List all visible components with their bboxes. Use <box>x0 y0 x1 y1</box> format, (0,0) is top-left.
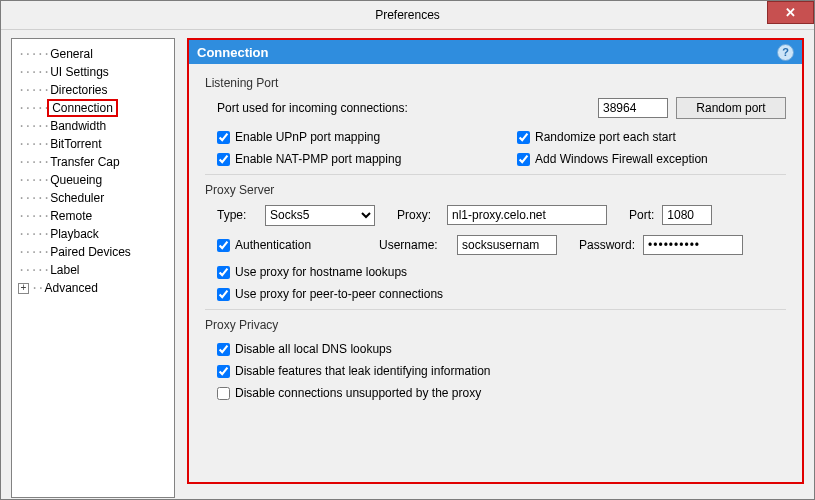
proxy-port-input[interactable] <box>662 205 712 225</box>
window-title: Preferences <box>375 8 440 22</box>
tree-item-playback[interactable]: ····· Playback <box>18 225 174 243</box>
password-input[interactable] <box>643 235 743 255</box>
expand-icon[interactable]: + <box>18 283 29 294</box>
randomize-port-checkbox[interactable]: Randomize port each start <box>517 130 676 144</box>
disable-leak-features-checkbox[interactable]: Disable features that leak identifying i… <box>217 364 490 378</box>
password-label: Password: <box>579 238 635 252</box>
tree-item-queueing[interactable]: ····· Queueing <box>18 171 174 189</box>
tree-item-advanced[interactable]: +·· Advanced <box>18 279 174 297</box>
tree-item-scheduler[interactable]: ····· Scheduler <box>18 189 174 207</box>
tree-item-general[interactable]: ····· General <box>18 45 174 63</box>
proxy-host-label: Proxy: <box>397 208 439 222</box>
panel-title: Connection <box>197 45 269 60</box>
divider <box>205 174 786 175</box>
incoming-port-label: Port used for incoming connections: <box>217 101 507 115</box>
firewall-exception-checkbox[interactable]: Add Windows Firewall exception <box>517 152 708 166</box>
disable-unsupported-connections-checkbox[interactable]: Disable connections unsupported by the p… <box>217 386 481 400</box>
close-icon: ✕ <box>785 5 796 20</box>
tree-item-connection[interactable]: ····· Connection <box>18 99 174 117</box>
tree-item-bittorrent[interactable]: ····· BitTorrent <box>18 135 174 153</box>
natpmp-checkbox[interactable]: Enable NAT-PMP port mapping <box>217 152 401 166</box>
proxy-privacy-group-label: Proxy Privacy <box>205 318 786 332</box>
authentication-checkbox[interactable]: Authentication <box>217 238 371 252</box>
titlebar: Preferences ✕ <box>1 1 814 30</box>
tree-item-remote[interactable]: ····· Remote <box>18 207 174 225</box>
settings-panel: Connection ? Listening Port Port used fo… <box>187 38 804 484</box>
proxy-p2p-checkbox[interactable]: Use proxy for peer-to-peer connections <box>217 287 443 301</box>
tree-item-label[interactable]: ····· Label <box>18 261 174 279</box>
username-label: Username: <box>379 238 449 252</box>
disable-local-dns-checkbox[interactable]: Disable all local DNS lookups <box>217 342 392 356</box>
proxy-server-group-label: Proxy Server <box>205 183 786 197</box>
divider <box>205 309 786 310</box>
tree-item-bandwidth[interactable]: ····· Bandwidth <box>18 117 174 135</box>
preferences-window: Preferences ✕ ····· General ····· UI Set… <box>0 0 815 500</box>
upnp-checkbox[interactable]: Enable UPnP port mapping <box>217 130 380 144</box>
tree-item-paired-devices[interactable]: ····· Paired Devices <box>18 243 174 261</box>
listening-port-group-label: Listening Port <box>205 76 786 90</box>
close-button[interactable]: ✕ <box>767 1 814 24</box>
tree-item-directories[interactable]: ····· Directories <box>18 81 174 99</box>
incoming-port-input[interactable] <box>598 98 668 118</box>
proxy-port-label: Port: <box>629 208 654 222</box>
username-input[interactable] <box>457 235 557 255</box>
tree-item-ui-settings[interactable]: ····· UI Settings <box>18 63 174 81</box>
category-tree: ····· General ····· UI Settings ····· Di… <box>11 38 175 498</box>
proxy-hostname-lookup-checkbox[interactable]: Use proxy for hostname lookups <box>217 265 407 279</box>
proxy-type-label: Type: <box>217 208 257 222</box>
proxy-host-input[interactable] <box>447 205 607 225</box>
tree-item-transfer-cap[interactable]: ····· Transfer Cap <box>18 153 174 171</box>
random-port-button[interactable]: Random port <box>676 97 786 119</box>
proxy-type-select[interactable]: Socks5 <box>265 205 375 226</box>
panel-header: Connection ? <box>189 40 802 64</box>
help-icon[interactable]: ? <box>777 44 794 61</box>
